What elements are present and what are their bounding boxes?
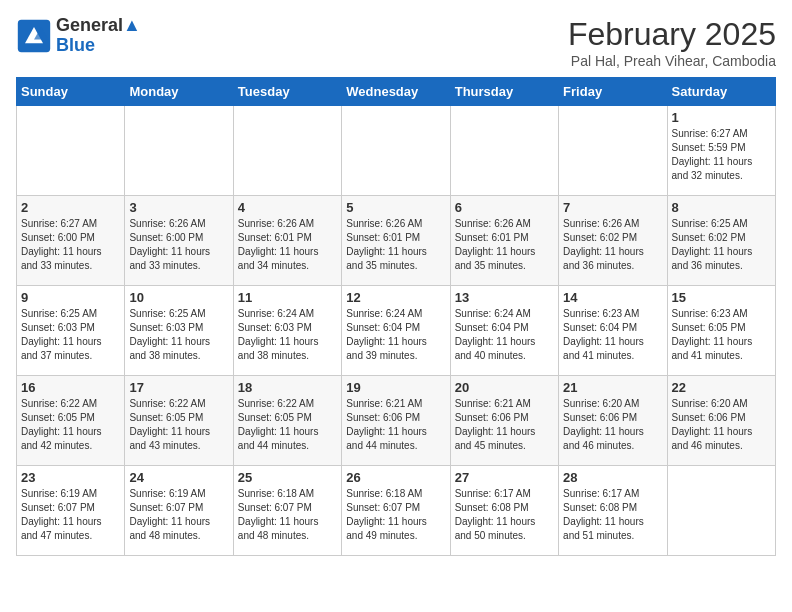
- calendar-cell: 23Sunrise: 6:19 AM Sunset: 6:07 PM Dayli…: [17, 466, 125, 556]
- calendar-cell: 26Sunrise: 6:18 AM Sunset: 6:07 PM Dayli…: [342, 466, 450, 556]
- month-year: February 2025: [568, 16, 776, 53]
- day-number: 10: [129, 290, 228, 305]
- calendar-week-1: 2Sunrise: 6:27 AM Sunset: 6:00 PM Daylig…: [17, 196, 776, 286]
- calendar-cell: 15Sunrise: 6:23 AM Sunset: 6:05 PM Dayli…: [667, 286, 775, 376]
- day-number: 18: [238, 380, 337, 395]
- calendar-cell: 25Sunrise: 6:18 AM Sunset: 6:07 PM Dayli…: [233, 466, 341, 556]
- calendar-week-2: 9Sunrise: 6:25 AM Sunset: 6:03 PM Daylig…: [17, 286, 776, 376]
- calendar-cell: 7Sunrise: 6:26 AM Sunset: 6:02 PM Daylig…: [559, 196, 667, 286]
- page-header: General▲ Blue February 2025 Pal Hal, Pre…: [16, 16, 776, 69]
- calendar-cell: 27Sunrise: 6:17 AM Sunset: 6:08 PM Dayli…: [450, 466, 558, 556]
- day-header-thursday: Thursday: [450, 78, 558, 106]
- calendar-cell: 6Sunrise: 6:26 AM Sunset: 6:01 PM Daylig…: [450, 196, 558, 286]
- day-number: 23: [21, 470, 120, 485]
- day-number: 21: [563, 380, 662, 395]
- calendar-cell: [125, 106, 233, 196]
- calendar-cell: 5Sunrise: 6:26 AM Sunset: 6:01 PM Daylig…: [342, 196, 450, 286]
- day-info: Sunrise: 6:22 AM Sunset: 6:05 PM Dayligh…: [129, 397, 228, 453]
- day-header-saturday: Saturday: [667, 78, 775, 106]
- day-number: 22: [672, 380, 771, 395]
- logo-icon: [16, 18, 52, 54]
- day-info: Sunrise: 6:26 AM Sunset: 6:01 PM Dayligh…: [346, 217, 445, 273]
- day-info: Sunrise: 6:25 AM Sunset: 6:03 PM Dayligh…: [21, 307, 120, 363]
- day-number: 5: [346, 200, 445, 215]
- day-number: 27: [455, 470, 554, 485]
- calendar-cell: [559, 106, 667, 196]
- day-number: 19: [346, 380, 445, 395]
- calendar-week-0: 1Sunrise: 6:27 AM Sunset: 5:59 PM Daylig…: [17, 106, 776, 196]
- calendar-cell: [17, 106, 125, 196]
- calendar-cell: 18Sunrise: 6:22 AM Sunset: 6:05 PM Dayli…: [233, 376, 341, 466]
- day-header-sunday: Sunday: [17, 78, 125, 106]
- day-number: 11: [238, 290, 337, 305]
- day-number: 8: [672, 200, 771, 215]
- day-number: 1: [672, 110, 771, 125]
- calendar-cell: 2Sunrise: 6:27 AM Sunset: 6:00 PM Daylig…: [17, 196, 125, 286]
- day-number: 4: [238, 200, 337, 215]
- calendar-header: SundayMondayTuesdayWednesdayThursdayFrid…: [17, 78, 776, 106]
- day-info: Sunrise: 6:24 AM Sunset: 6:04 PM Dayligh…: [455, 307, 554, 363]
- calendar-cell: 16Sunrise: 6:22 AM Sunset: 6:05 PM Dayli…: [17, 376, 125, 466]
- day-number: 7: [563, 200, 662, 215]
- day-number: 20: [455, 380, 554, 395]
- calendar-cell: 14Sunrise: 6:23 AM Sunset: 6:04 PM Dayli…: [559, 286, 667, 376]
- day-info: Sunrise: 6:18 AM Sunset: 6:07 PM Dayligh…: [238, 487, 337, 543]
- day-info: Sunrise: 6:17 AM Sunset: 6:08 PM Dayligh…: [563, 487, 662, 543]
- day-number: 6: [455, 200, 554, 215]
- calendar-cell: [667, 466, 775, 556]
- calendar-cell: 20Sunrise: 6:21 AM Sunset: 6:06 PM Dayli…: [450, 376, 558, 466]
- day-info: Sunrise: 6:23 AM Sunset: 6:04 PM Dayligh…: [563, 307, 662, 363]
- calendar-cell: 17Sunrise: 6:22 AM Sunset: 6:05 PM Dayli…: [125, 376, 233, 466]
- day-header-friday: Friday: [559, 78, 667, 106]
- day-info: Sunrise: 6:26 AM Sunset: 6:01 PM Dayligh…: [455, 217, 554, 273]
- logo: General▲ Blue: [16, 16, 141, 56]
- calendar-week-3: 16Sunrise: 6:22 AM Sunset: 6:05 PM Dayli…: [17, 376, 776, 466]
- calendar-cell: [342, 106, 450, 196]
- day-info: Sunrise: 6:25 AM Sunset: 6:02 PM Dayligh…: [672, 217, 771, 273]
- day-info: Sunrise: 6:22 AM Sunset: 6:05 PM Dayligh…: [238, 397, 337, 453]
- day-info: Sunrise: 6:21 AM Sunset: 6:06 PM Dayligh…: [455, 397, 554, 453]
- calendar-cell: 1Sunrise: 6:27 AM Sunset: 5:59 PM Daylig…: [667, 106, 775, 196]
- header-row: SundayMondayTuesdayWednesdayThursdayFrid…: [17, 78, 776, 106]
- calendar-cell: 8Sunrise: 6:25 AM Sunset: 6:02 PM Daylig…: [667, 196, 775, 286]
- day-number: 25: [238, 470, 337, 485]
- title-block: February 2025 Pal Hal, Preah Vihear, Cam…: [568, 16, 776, 69]
- calendar-cell: 19Sunrise: 6:21 AM Sunset: 6:06 PM Dayli…: [342, 376, 450, 466]
- day-info: Sunrise: 6:26 AM Sunset: 6:00 PM Dayligh…: [129, 217, 228, 273]
- day-number: 9: [21, 290, 120, 305]
- day-header-tuesday: Tuesday: [233, 78, 341, 106]
- calendar-cell: 9Sunrise: 6:25 AM Sunset: 6:03 PM Daylig…: [17, 286, 125, 376]
- day-info: Sunrise: 6:24 AM Sunset: 6:03 PM Dayligh…: [238, 307, 337, 363]
- calendar-cell: 11Sunrise: 6:24 AM Sunset: 6:03 PM Dayli…: [233, 286, 341, 376]
- day-info: Sunrise: 6:19 AM Sunset: 6:07 PM Dayligh…: [129, 487, 228, 543]
- calendar-cell: [450, 106, 558, 196]
- day-info: Sunrise: 6:22 AM Sunset: 6:05 PM Dayligh…: [21, 397, 120, 453]
- calendar-cell: 13Sunrise: 6:24 AM Sunset: 6:04 PM Dayli…: [450, 286, 558, 376]
- day-number: 12: [346, 290, 445, 305]
- day-number: 17: [129, 380, 228, 395]
- day-info: Sunrise: 6:17 AM Sunset: 6:08 PM Dayligh…: [455, 487, 554, 543]
- day-info: Sunrise: 6:19 AM Sunset: 6:07 PM Dayligh…: [21, 487, 120, 543]
- calendar-cell: 10Sunrise: 6:25 AM Sunset: 6:03 PM Dayli…: [125, 286, 233, 376]
- day-info: Sunrise: 6:26 AM Sunset: 6:01 PM Dayligh…: [238, 217, 337, 273]
- calendar-cell: 22Sunrise: 6:20 AM Sunset: 6:06 PM Dayli…: [667, 376, 775, 466]
- calendar-cell: 3Sunrise: 6:26 AM Sunset: 6:00 PM Daylig…: [125, 196, 233, 286]
- calendar-cell: [233, 106, 341, 196]
- day-info: Sunrise: 6:20 AM Sunset: 6:06 PM Dayligh…: [563, 397, 662, 453]
- day-info: Sunrise: 6:27 AM Sunset: 6:00 PM Dayligh…: [21, 217, 120, 273]
- day-info: Sunrise: 6:25 AM Sunset: 6:03 PM Dayligh…: [129, 307, 228, 363]
- calendar-cell: 4Sunrise: 6:26 AM Sunset: 6:01 PM Daylig…: [233, 196, 341, 286]
- location: Pal Hal, Preah Vihear, Cambodia: [568, 53, 776, 69]
- day-number: 16: [21, 380, 120, 395]
- calendar-body: 1Sunrise: 6:27 AM Sunset: 5:59 PM Daylig…: [17, 106, 776, 556]
- logo-text: General▲ Blue: [56, 16, 141, 56]
- day-info: Sunrise: 6:27 AM Sunset: 5:59 PM Dayligh…: [672, 127, 771, 183]
- day-number: 14: [563, 290, 662, 305]
- day-info: Sunrise: 6:26 AM Sunset: 6:02 PM Dayligh…: [563, 217, 662, 273]
- calendar-cell: 28Sunrise: 6:17 AM Sunset: 6:08 PM Dayli…: [559, 466, 667, 556]
- calendar-cell: 12Sunrise: 6:24 AM Sunset: 6:04 PM Dayli…: [342, 286, 450, 376]
- day-info: Sunrise: 6:18 AM Sunset: 6:07 PM Dayligh…: [346, 487, 445, 543]
- day-number: 15: [672, 290, 771, 305]
- day-header-wednesday: Wednesday: [342, 78, 450, 106]
- day-info: Sunrise: 6:24 AM Sunset: 6:04 PM Dayligh…: [346, 307, 445, 363]
